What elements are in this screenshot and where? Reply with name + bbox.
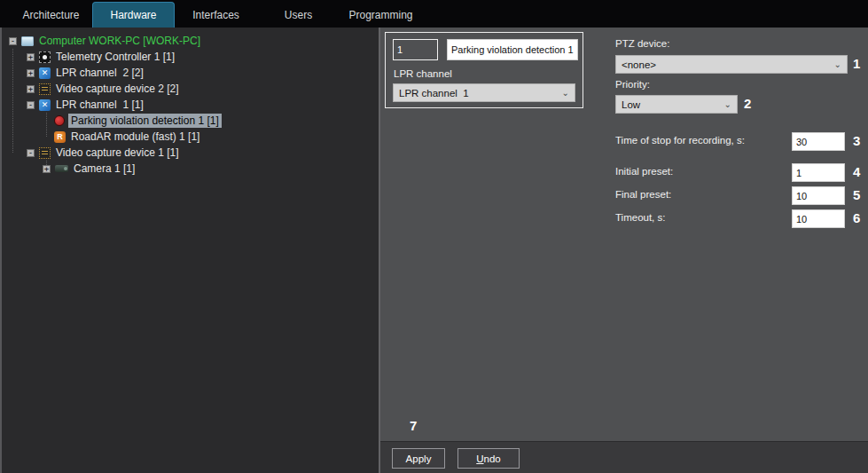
tree-item-label[interactable]: RoadAR module (fast) 1 [1] <box>71 130 199 143</box>
roadar-module-icon: R <box>54 131 66 143</box>
chevron-down-icon: ⌄ <box>562 89 569 98</box>
telemetry-controller-icon <box>39 51 51 63</box>
undo-button[interactable]: Undo <box>457 448 520 469</box>
tree-row-video-capture-1[interactable]: - Video capture device 1 [1] <box>2 145 379 161</box>
expand-icon[interactable]: + <box>27 85 35 93</box>
tab-hardware[interactable]: Hardware <box>92 2 175 28</box>
final-preset-label: Final preset: <box>615 189 671 200</box>
priority-dropdown[interactable]: Low ⌄ <box>615 95 738 114</box>
expand-icon[interactable]: + <box>43 165 51 173</box>
lpr-channel-icon: ✕ <box>39 99 51 111</box>
tab-programming[interactable]: Programming <box>340 2 422 28</box>
ptz-device-dropdown[interactable]: <none> ⌄ <box>615 55 848 74</box>
camera-icon <box>55 165 68 172</box>
lpr-channel-dropdown-value: LPR channel 1 <box>399 88 469 99</box>
top-tab-bar: Architecture Hardware Interfaces Users P… <box>0 0 868 28</box>
lpr-channel-label: LPR channel <box>394 68 452 79</box>
apply-button[interactable]: Apply <box>392 448 445 469</box>
tree-row-lpr-channel-1[interactable]: - ✕ LPR channel 1 [1] <box>2 97 379 113</box>
settings-panel: 1 LPR channel LPR channel 1 ⌄ PTZ device… <box>380 28 868 473</box>
tree-row-computer[interactable]: - Computer WORK-PC [WORK-PC] <box>2 33 379 49</box>
step-marker-1: 1 <box>853 56 860 71</box>
stop-recording-label: Time of stop for recording, s: <box>615 135 745 146</box>
step-marker-5: 5 <box>853 187 860 202</box>
tree-row-telemetry-controller[interactable]: + Telemetry Controller 1 [1] <box>2 49 379 65</box>
object-name-input[interactable] <box>447 39 578 60</box>
application-window: Architecture Hardware Interfaces Users P… <box>0 0 868 473</box>
initial-preset-input[interactable] <box>792 163 845 182</box>
collapse-icon[interactable]: - <box>27 101 35 109</box>
final-preset-input[interactable] <box>792 186 845 205</box>
hardware-tree-panel: - Computer WORK-PC [WORK-PC] + Telemetry… <box>0 28 380 473</box>
expand-icon[interactable]: + <box>27 69 35 77</box>
timeout-label: Timeout, s: <box>615 212 665 223</box>
initial-preset-label: Initial preset: <box>615 166 673 177</box>
step-marker-3: 3 <box>853 133 860 148</box>
step-marker-7: 7 <box>410 418 417 433</box>
collapse-icon[interactable]: - <box>27 149 35 157</box>
tree-row-lpr-channel-2[interactable]: + ✕ LPR channel 2 [2] <box>2 65 379 81</box>
undo-button-label-rest: ndo <box>484 453 501 464</box>
tree-row-camera-1[interactable]: + Camera 1 [1] <box>2 161 379 177</box>
timeout-input[interactable] <box>792 209 845 228</box>
tree-item-label-selected[interactable]: Parking violation detection 1 [1] <box>68 114 222 128</box>
ptz-device-label: PTZ device: <box>615 38 669 49</box>
step-marker-6: 6 <box>853 210 860 225</box>
tree-item-label[interactable]: Camera 1 [1] <box>74 162 135 175</box>
main-split: - Computer WORK-PC [WORK-PC] + Telemetry… <box>0 28 868 473</box>
expand-icon[interactable]: + <box>27 53 35 61</box>
lpr-channel-icon: ✕ <box>39 67 51 79</box>
tree-item-label[interactable]: Video capture device 1 [1] <box>56 146 179 159</box>
chevron-down-icon: ⌄ <box>834 60 841 69</box>
tree-item-label[interactable]: Computer WORK-PC [WORK-PC] <box>39 35 200 47</box>
tree-row-roadar-module[interactable]: R RoadAR module (fast) 1 [1] <box>2 129 379 145</box>
ptz-device-dropdown-value: <none> <box>622 59 656 70</box>
object-id-field[interactable]: 1 <box>393 39 438 60</box>
tree-row-video-capture-2[interactable]: + Video capture device 2 [2] <box>2 81 379 97</box>
video-capture-device-icon <box>39 147 51 159</box>
tab-interfaces[interactable]: Interfaces <box>175 2 257 28</box>
tab-users[interactable]: Users <box>257 2 340 28</box>
undo-button-accesskey: U <box>476 453 483 464</box>
tree-item-label[interactable]: Video capture device 2 [2] <box>56 83 179 95</box>
step-marker-4: 4 <box>853 164 860 179</box>
tree-item-label[interactable]: LPR channel 2 [2] <box>56 67 144 79</box>
tree-item-label[interactable]: Telemetry Controller 1 [1] <box>56 51 175 63</box>
tree-item-label[interactable]: LPR channel 1 [1] <box>56 99 144 111</box>
object-identity-groupbox: 1 LPR channel LPR channel 1 ⌄ <box>385 32 583 108</box>
collapse-icon[interactable]: - <box>9 37 17 45</box>
action-bar: Apply Undo <box>380 441 868 473</box>
video-capture-device-icon <box>39 83 51 95</box>
chevron-down-icon: ⌄ <box>724 100 731 109</box>
tree-row-parking-violation[interactable]: Parking violation detection 1 [1] <box>2 113 379 129</box>
computer-icon <box>21 36 34 46</box>
priority-label: Priority: <box>615 79 650 90</box>
tab-architecture[interactable]: Architecture <box>10 2 92 28</box>
stop-recording-input[interactable] <box>792 132 845 151</box>
step-marker-2: 2 <box>744 96 751 111</box>
parking-violation-icon <box>54 115 65 126</box>
lpr-channel-dropdown[interactable]: LPR channel 1 ⌄ <box>393 83 575 102</box>
priority-dropdown-value: Low <box>622 99 640 110</box>
